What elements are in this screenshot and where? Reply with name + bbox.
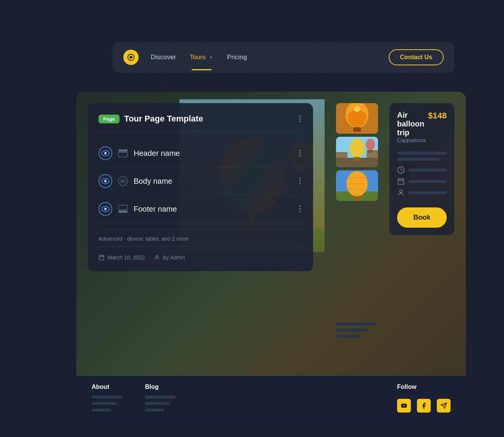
tour-price: $148 bbox=[428, 111, 447, 121]
calendar-detail-icon bbox=[397, 178, 405, 185]
header-section-name: Header name bbox=[134, 149, 292, 158]
footer-section-name: Footer name bbox=[134, 205, 292, 214]
nav-links: Discover Tours Pricing bbox=[151, 53, 376, 61]
author-meta: by Admin bbox=[154, 254, 185, 261]
detail-row-date bbox=[397, 178, 447, 185]
svg-point-58 bbox=[355, 194, 359, 197]
footer-about-title: About bbox=[92, 384, 122, 390]
body-section-name: Body name bbox=[134, 177, 292, 186]
desc-line-1 bbox=[397, 152, 447, 155]
thumbnail-2[interactable] bbox=[336, 137, 378, 167]
people-line bbox=[409, 191, 447, 194]
date-label: March 10, 2022 bbox=[108, 254, 145, 261]
svg-rect-62 bbox=[398, 179, 404, 184]
blog-line-3 bbox=[145, 409, 164, 411]
about-line-3 bbox=[92, 409, 111, 411]
divider bbox=[99, 131, 302, 132]
page-badge: Page bbox=[99, 115, 120, 123]
footer-follow-col: Follow bbox=[397, 384, 451, 413]
svg-point-49 bbox=[366, 139, 375, 150]
svg-line-61 bbox=[401, 170, 402, 171]
bottom-placeholder-lines bbox=[336, 322, 382, 338]
svg-rect-30 bbox=[118, 210, 128, 213]
nav-pricing[interactable]: Pricing bbox=[227, 53, 247, 61]
time-line bbox=[409, 168, 447, 172]
footer-bar: About Blog Follow bbox=[76, 376, 466, 429]
eye-icon-body bbox=[99, 174, 112, 188]
svg-point-66 bbox=[400, 190, 402, 193]
blog-line-2 bbox=[145, 402, 170, 405]
footer-layout-icon bbox=[118, 204, 128, 214]
body-elementor-icon bbox=[118, 176, 128, 186]
nav-discover[interactable]: Discover bbox=[151, 53, 176, 61]
svg-rect-19 bbox=[118, 152, 128, 157]
calendar-icon bbox=[99, 254, 105, 261]
svg-point-36 bbox=[156, 256, 158, 257]
youtube-icon[interactable] bbox=[397, 399, 411, 413]
footer-blog-col: Blog bbox=[145, 384, 176, 411]
svg-rect-48 bbox=[354, 157, 360, 161]
header-layout-icon bbox=[118, 148, 128, 159]
thumbnail-1[interactable] bbox=[336, 103, 378, 134]
nav-tours[interactable]: Tours bbox=[190, 53, 213, 61]
svg-rect-50 bbox=[368, 150, 373, 153]
footer-about-col: About bbox=[92, 384, 122, 411]
tour-header: Air balloon trip Cappadocia $148 bbox=[397, 111, 447, 149]
svg-point-25 bbox=[122, 180, 124, 182]
people-icon bbox=[397, 189, 405, 197]
tour-card: Air balloon trip Cappadocia $148 bbox=[389, 103, 454, 235]
footer-section-row: Footer name bbox=[99, 195, 302, 223]
three-dots-menu[interactable] bbox=[298, 114, 302, 124]
tour-name: Air balloon trip bbox=[397, 111, 428, 137]
date-line bbox=[409, 180, 447, 183]
footer-follow-title: Follow bbox=[397, 384, 451, 390]
contact-us-button[interactable]: Contact Us bbox=[389, 49, 444, 65]
meta-row: March 10, 2022 by Admin bbox=[99, 254, 302, 261]
body-three-dots[interactable] bbox=[298, 176, 302, 186]
svg-rect-18 bbox=[118, 149, 128, 152]
header-three-dots[interactable] bbox=[298, 148, 302, 158]
telegram-icon[interactable] bbox=[437, 399, 451, 413]
footer-three-dots[interactable] bbox=[298, 204, 302, 214]
left-panel: Page Tour Page Template bbox=[88, 103, 313, 271]
book-button[interactable]: Book bbox=[397, 207, 447, 228]
nav-logo[interactable] bbox=[123, 50, 139, 65]
svg-point-23 bbox=[105, 180, 106, 182]
about-line-1 bbox=[92, 396, 122, 398]
clock-icon bbox=[397, 166, 405, 174]
tour-location: Cappadocia bbox=[397, 137, 428, 143]
svg-point-40 bbox=[354, 106, 360, 112]
detail-row-people bbox=[397, 189, 447, 197]
about-line-2 bbox=[92, 402, 116, 405]
right-content-area: Air balloon trip Cappadocia $148 bbox=[389, 103, 454, 338]
thumbnail-container bbox=[336, 103, 378, 201]
desc-line-2 bbox=[397, 158, 439, 161]
page-header: Page Tour Page Template bbox=[99, 114, 302, 124]
eye-icon-header bbox=[99, 146, 112, 160]
main-card: Page Tour Page Template bbox=[76, 92, 466, 399]
meta-divider bbox=[99, 246, 302, 247]
thumbnail-3[interactable] bbox=[336, 170, 378, 201]
footer-blog-title: Blog bbox=[145, 384, 176, 390]
body-section-row: Body name bbox=[99, 167, 302, 195]
eye-icon-footer bbox=[99, 202, 112, 216]
header-section-row: Header name bbox=[99, 139, 302, 167]
page-title: Tour Page Template bbox=[124, 114, 293, 124]
navbar: Discover Tours Pricing Contact Us bbox=[113, 42, 454, 73]
person-icon bbox=[154, 254, 160, 261]
facebook-icon[interactable] bbox=[417, 399, 431, 413]
advanced-text: Advanced - device: tablet, and 2 more bbox=[99, 229, 302, 242]
blog-line-1 bbox=[145, 396, 176, 398]
svg-point-17 bbox=[105, 152, 106, 154]
tour-details bbox=[397, 166, 447, 197]
follow-icons bbox=[397, 399, 451, 413]
date-meta: March 10, 2022 bbox=[99, 254, 145, 261]
svg-rect-31 bbox=[118, 205, 128, 210]
svg-rect-39 bbox=[353, 127, 361, 132]
author-label: by Admin bbox=[163, 254, 185, 261]
detail-row-time bbox=[397, 166, 447, 174]
svg-rect-32 bbox=[99, 256, 104, 260]
svg-point-29 bbox=[105, 208, 106, 210]
svg-point-47 bbox=[349, 139, 365, 158]
